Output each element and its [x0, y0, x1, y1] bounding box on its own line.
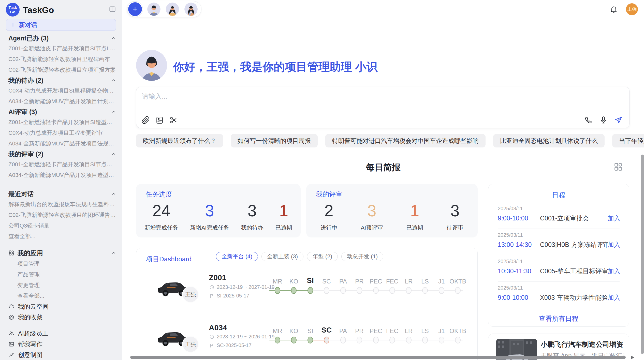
- stat-value: 24: [152, 199, 170, 222]
- sidebar-section-recent-chats[interactable]: 最近对话: [0, 189, 122, 199]
- milestone-dot-done: [291, 337, 297, 343]
- recent-chat-item[interactable]: 解释最新出台的欧盟报废车法规再生塑料比例被调至15%...: [0, 199, 122, 210]
- microphone-icon[interactable]: [599, 116, 608, 124]
- sidebar-item-help-me-write[interactable]: 帮我写作: [0, 339, 122, 350]
- sidebar-item-favorites[interactable]: 我的收藏: [0, 312, 122, 323]
- stat-label: AI预评审: [361, 224, 383, 232]
- milestone-label: LR: [405, 277, 413, 286]
- image-upload-icon[interactable]: [155, 116, 164, 124]
- stat-value: 3: [450, 199, 460, 222]
- agent-avatar-3[interactable]: [184, 3, 198, 16]
- sidebar-item-creative-drawing[interactable]: 创意制图: [0, 350, 122, 360]
- milestone-dot-done: [308, 287, 313, 294]
- recent-chats-view-all[interactable]: 查看全部...: [0, 231, 122, 242]
- chat-input[interactable]: [136, 87, 629, 111]
- notification-bell-icon[interactable]: [610, 5, 618, 13]
- layout-grid-icon[interactable]: [613, 162, 623, 172]
- sidebar-section-agent-done[interactable]: Agent已办 (3): [0, 33, 122, 43]
- phone-call-icon[interactable]: [584, 116, 593, 124]
- app-item-product-management[interactable]: 产品管理: [0, 269, 122, 280]
- apps-grid-icon: [8, 250, 14, 256]
- attachment-icon[interactable]: [141, 116, 150, 124]
- project-dates-text: 2023-12-19 ~ 2026-01-19: [217, 334, 274, 340]
- sidebar-item[interactable]: C0X4-动力总成开发项目SI里程碑提交物检查: [0, 85, 122, 96]
- stat-value: 3: [367, 199, 376, 222]
- sidebar-item-label: 我的云空间: [18, 303, 49, 311]
- app-item-change-management[interactable]: 变更管理: [0, 280, 122, 291]
- tab-model-year[interactable]: 年型 (2): [307, 252, 338, 261]
- recent-chat-item[interactable]: 公司Q3轻卡销量: [0, 220, 122, 231]
- event-date: 2025/03/11: [498, 232, 620, 238]
- sidebar-item[interactable]: Z001-全新燃油轻卡产品开发项目SI节点属性5D文件评审: [0, 159, 122, 170]
- collapse-sidebar-icon[interactable]: [109, 6, 116, 13]
- event-name: C001-立项审批会: [540, 214, 608, 222]
- stat-label: 已逾期: [275, 224, 292, 232]
- sidebar-item-ai-super-staff[interactable]: AI超级员工: [0, 328, 122, 339]
- sidebar-item[interactable]: C02-飞腾新能源轻客改款项目里程碑画布: [0, 54, 122, 65]
- user-avatar[interactable]: 王强: [626, 3, 638, 15]
- send-icon[interactable]: [614, 116, 623, 124]
- stat-value: 2: [324, 199, 333, 222]
- sidebar: Task Go TaskGo 新对话 Agent已办 (3) Z001-全新燃油…: [0, 0, 122, 360]
- suggestion-chip[interactable]: 特朗普可能对进口汽车增税会对中国车企造成哪些影响: [325, 134, 486, 147]
- add-agent-button[interactable]: [128, 2, 142, 16]
- sidebar-item[interactable]: A034-全新新能源MUV产品开发项目造型可行性评审: [0, 170, 122, 181]
- sidebar-item[interactable]: Z001-全新燃油轻卡产品开发项目SI造型提交物评审: [0, 117, 122, 128]
- milestone-label: KO: [289, 327, 298, 335]
- suggestion-chip[interactable]: 比亚迪全固态电池计划具体说了什么: [493, 134, 605, 147]
- tab-new-body[interactable]: 全新上装 (3): [261, 252, 303, 261]
- app-item-project-management[interactable]: 项目管理: [0, 259, 122, 269]
- suggestion-chip[interactable]: 欧洲新规最近颁布了什么？: [136, 134, 223, 147]
- stat-in-progress: 2 进行中: [320, 199, 337, 232]
- milestone-dot: [373, 337, 379, 343]
- stat-my-todo: 3 我的待办: [241, 199, 263, 232]
- project-row-z001[interactable]: 王强 Z001 2023-12-19 ~ 2027-01-19 SI-2025-…: [136, 270, 478, 320]
- horizontal-scrollbar-thumb[interactable]: [130, 356, 626, 359]
- view-all-schedule-link[interactable]: 查看所有日程: [488, 314, 629, 323]
- divider: [498, 229, 620, 229]
- milestone-label: LR: [405, 327, 413, 335]
- recent-chat-item[interactable]: C02-飞腾新能源轻客改款项目的闭环通告反馈情况: [0, 210, 122, 220]
- milestone-dot: [406, 287, 412, 294]
- sidebar-list: Agent已办 (3) Z001-全新燃油皮卡产品开发项目SI节点Lesson …: [0, 33, 122, 360]
- tab-powertrain[interactable]: 动总开发 (1): [341, 252, 383, 261]
- milestone-label: MR: [273, 277, 282, 286]
- milestone-dot: [389, 337, 395, 343]
- milestone-dot: [406, 337, 412, 343]
- sidebar-section-my-apps[interactable]: 我的应用: [0, 247, 122, 259]
- milestone-label: OKTB: [449, 277, 466, 286]
- join-button[interactable]: 加入: [608, 214, 620, 222]
- suggestion-chip[interactable]: 如何写一份清晰的项目周报: [231, 134, 318, 147]
- join-button[interactable]: 加入: [608, 293, 620, 302]
- agent-avatar-2[interactable]: [166, 3, 179, 16]
- join-button[interactable]: 加入: [608, 267, 620, 275]
- section-title: 最近对话: [8, 190, 34, 198]
- join-button[interactable]: 加入: [608, 241, 620, 249]
- milestone-label: LS: [421, 327, 429, 335]
- milestone-dot-done: [275, 287, 280, 294]
- sidebar-section-my-review[interactable]: 我的评审 (2): [0, 149, 122, 159]
- new-chat-button[interactable]: 新对话: [6, 19, 116, 31]
- sidebar-item[interactable]: A034-全新新能源MUV产品开发项目法规符合性评审: [0, 138, 122, 149]
- milestone-label: PR: [355, 277, 363, 286]
- suggestion-chip[interactable]: 当下年轻人对汽车外观有怎样的喜好趋势: [612, 134, 644, 147]
- scrollbar-right-arrow[interactable]: [631, 356, 634, 359]
- vertical-scrollbar-thumb[interactable]: [641, 155, 644, 354]
- sidebar-item[interactable]: C02-飞腾新能源轻客改款项目立项汇报方案: [0, 65, 122, 75]
- milestone-dot-done: [291, 287, 297, 294]
- sidebar-section-ai-review[interactable]: AI评审 (3): [0, 107, 122, 117]
- tab-new-platform[interactable]: 全新平台 (4): [216, 252, 258, 261]
- event-name: C005-整车工程目标评审: [540, 267, 608, 275]
- sidebar-section-my-todo[interactable]: 我的待办 (2): [0, 75, 122, 85]
- stat-label: 新增完成任务: [145, 224, 178, 232]
- sidebar-item[interactable]: A034-全新新能源MUV产品开发项目计划变更表编写: [0, 96, 122, 107]
- scissors-icon[interactable]: [169, 116, 178, 124]
- project-dashboard-card: 项目Dashboard 全新平台 (4) 全新上装 (3) 年型 (2) 动总开…: [136, 248, 478, 360]
- sidebar-item-cloud-space[interactable]: 我的云空间: [0, 301, 122, 312]
- milestone-label: FEC: [386, 327, 398, 335]
- agent-avatar-1[interactable]: [147, 3, 160, 16]
- sidebar-item[interactable]: Z001-全新燃油皮卡产品开发项目SI节点Lesson Learn报告: [0, 43, 122, 54]
- apps-view-all[interactable]: 查看全部...: [0, 291, 122, 301]
- sidebar-item[interactable]: C0X4-动力总成开发项目工程变更评审: [0, 128, 122, 138]
- star-badge-icon: [8, 314, 14, 320]
